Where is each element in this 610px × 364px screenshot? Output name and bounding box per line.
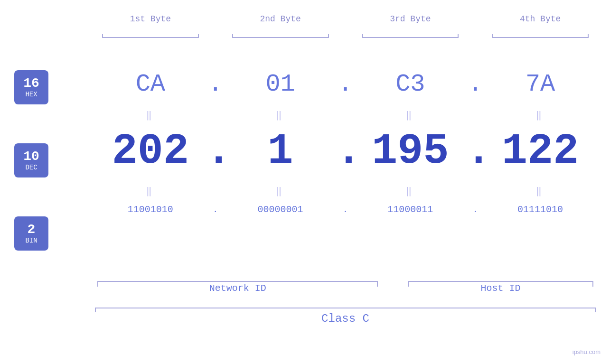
dec-byte-4: 122 xyxy=(485,127,596,176)
eq-1-byte4: ‖ xyxy=(485,109,596,121)
bin-byte-2: 00000001 xyxy=(225,204,336,215)
hex-byte-3: C3 xyxy=(355,70,466,98)
nh-labels-row: Network ID Host ID xyxy=(95,283,596,294)
eq-2-byte2: ‖ xyxy=(225,185,336,197)
bin-dot-2: . xyxy=(336,204,355,215)
bracket-1 xyxy=(95,32,206,41)
bin-badge-num: 2 xyxy=(28,223,36,237)
dec-badge: 10 DEC xyxy=(14,143,48,177)
nh-brackets-row xyxy=(95,271,596,282)
bracket-line-2 xyxy=(232,37,329,38)
bin-byte-1: 11001010 xyxy=(95,204,206,215)
class-bracket-line xyxy=(95,308,596,308)
bin-dot-1: . xyxy=(206,204,225,215)
hex-byte-1: CA xyxy=(95,70,206,98)
network-bracket xyxy=(95,271,380,282)
dec-row: 202 . 1 . 195 . 122 xyxy=(95,127,596,176)
hex-byte-4: 7A xyxy=(485,70,596,98)
eq-2-byte1: ‖ xyxy=(95,185,206,197)
bracket-line-1 xyxy=(102,37,199,38)
bin-badge: 2 BIN xyxy=(14,216,48,251)
bracket-4 xyxy=(485,32,596,41)
dec-byte-3: 195 xyxy=(355,127,466,176)
class-bracket: Class C xyxy=(95,308,596,325)
equals-row-2: ‖ ‖ ‖ ‖ xyxy=(95,185,596,197)
bin-badge-label: BIN xyxy=(25,237,37,244)
bin-byte-3: 11000011 xyxy=(355,204,466,215)
dec-byte-1: 202 xyxy=(95,127,206,176)
bracket-line-4 xyxy=(492,37,589,38)
bin-row: 11001010 . 00000001 . 11000011 . 0111101… xyxy=(95,204,596,215)
byte-label-2: 2nd Byte xyxy=(225,14,336,24)
dec-dot-2: . xyxy=(336,127,355,176)
top-brackets xyxy=(95,32,596,41)
byte-label-1: 1st Byte xyxy=(95,14,206,24)
eq-2-byte3: ‖ xyxy=(355,185,466,197)
bracket-2 xyxy=(225,32,336,41)
hex-dot-3: . xyxy=(466,70,485,98)
host-bracket xyxy=(405,271,596,282)
class-label: Class C xyxy=(95,312,596,325)
eq-1-byte3: ‖ xyxy=(355,109,466,121)
bracket-3 xyxy=(355,32,466,41)
byte-label-3: 3rd Byte xyxy=(355,14,466,24)
dec-dot-1: . xyxy=(206,127,225,176)
hex-dot-1: . xyxy=(206,70,225,98)
dec-dot-3: . xyxy=(466,127,485,176)
hex-byte-2: 01 xyxy=(225,70,336,98)
hex-row: CA . 01 . C3 . 7A xyxy=(95,70,596,98)
eq-1-byte2: ‖ xyxy=(225,109,336,121)
byte-label-4: 4th Byte xyxy=(485,14,596,24)
hex-badge: 16 HEX xyxy=(14,70,48,104)
hex-badge-label: HEX xyxy=(25,91,37,98)
network-id-label: Network ID xyxy=(95,283,380,294)
host-id-label: Host ID xyxy=(405,283,596,294)
network-bracket-line xyxy=(97,281,378,282)
dec-badge-label: DEC xyxy=(25,164,37,171)
bin-dot-3: . xyxy=(466,204,485,215)
host-bracket-line xyxy=(408,281,593,282)
hex-badge-num: 16 xyxy=(23,76,39,91)
dec-byte-2: 1 xyxy=(225,127,336,176)
bin-byte-4: 01111010 xyxy=(485,204,596,215)
byte-labels-row: 1st Byte 2nd Byte 3rd Byte 4th Byte xyxy=(95,14,596,24)
base-badges: 16 HEX 10 DEC 2 BIN xyxy=(14,70,48,251)
hex-dot-2: . xyxy=(336,70,355,98)
eq-1-byte1: ‖ xyxy=(95,109,206,121)
bracket-line-3 xyxy=(362,37,459,38)
eq-2-byte4: ‖ xyxy=(485,185,596,197)
main-container: 1st Byte 2nd Byte 3rd Byte 4th Byte 16 H… xyxy=(0,0,610,364)
watermark: ipshu.com xyxy=(572,348,601,355)
dec-badge-num: 10 xyxy=(23,149,39,164)
equals-row-1: ‖ ‖ ‖ ‖ xyxy=(95,109,596,121)
